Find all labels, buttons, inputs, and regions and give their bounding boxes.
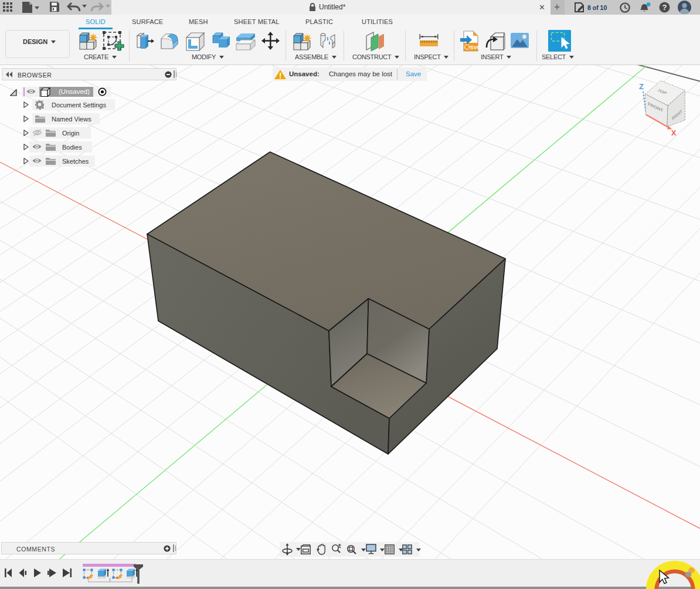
- svg-text:X: X: [671, 129, 677, 137]
- svg-text:Z: Z: [639, 82, 644, 91]
- svg-text:?: ?: [662, 3, 667, 12]
- svg-text:SVG: SVG: [470, 45, 481, 50]
